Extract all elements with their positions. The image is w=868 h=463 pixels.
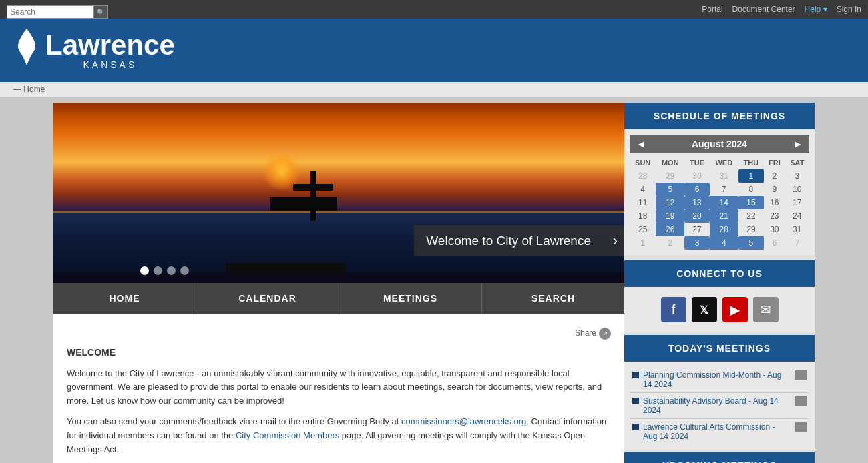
signin-link[interactable]: Sign In xyxy=(837,5,861,14)
youtube-icon[interactable]: ▶ xyxy=(722,297,748,322)
site-header: Lawrence KANSAS xyxy=(0,19,868,82)
calendar-day[interactable]: 5 xyxy=(656,183,684,196)
facebook-icon[interactable]: f xyxy=(661,297,686,322)
connect-header: CONNECT TO US xyxy=(624,260,815,287)
search-input[interactable] xyxy=(7,5,93,19)
social-icons: f 𝕏 ▶ ✉ xyxy=(624,287,815,332)
calendar-day: 27 xyxy=(684,223,710,236)
schedule-section: SCHEDULE OF MEETINGS ◄ August 2024 ► SUN… xyxy=(624,103,815,255)
logo-area: Lawrence KANSAS xyxy=(13,29,175,73)
document-center-link[interactable]: Document Center xyxy=(732,5,795,14)
hero-dots xyxy=(140,266,189,275)
calendar-day: 30 xyxy=(764,223,785,236)
city-commission-link[interactable]: City Commission Members xyxy=(236,430,339,440)
portal-link[interactable]: Portal xyxy=(702,5,722,14)
calendar-next-button[interactable]: ► xyxy=(793,139,803,149)
twitter-icon[interactable]: 𝕏 xyxy=(692,297,717,322)
calendar-day: 25 xyxy=(630,223,656,236)
share-bar: Share ↗ xyxy=(67,327,611,340)
todays-meetings-section: TODAY'S MEETINGS Planning Commission Mid… xyxy=(624,335,815,450)
meeting-link[interactable]: Planning Commission Mid-Month - Aug 14 2… xyxy=(643,370,791,389)
connect-section: CONNECT TO US f 𝕏 ▶ ✉ xyxy=(624,260,815,332)
meeting-video-icon xyxy=(795,422,807,432)
calendar-day[interactable]: 3 xyxy=(684,236,710,250)
calendar-day[interactable]: 19 xyxy=(656,209,684,223)
cal-header-sun: SUN xyxy=(630,156,656,169)
hero-next-arrow[interactable]: › xyxy=(613,232,618,250)
calendar-container: ◄ August 2024 ► SUN MON TUE WED THU FRI xyxy=(624,129,815,255)
calendar-day: 1 xyxy=(630,236,656,250)
state-name: KANSAS xyxy=(45,59,175,70)
share-icon: ↗ xyxy=(599,328,611,340)
calendar-day[interactable]: 12 xyxy=(656,196,684,209)
sidebar: SCHEDULE OF MEETINGS ◄ August 2024 ► SUN… xyxy=(624,103,815,463)
calendar-day: 4 xyxy=(630,183,656,196)
nav-calendar[interactable]: CALENDAR xyxy=(196,283,339,314)
hero-dot-1[interactable] xyxy=(140,266,149,275)
calendar-day[interactable]: 6 xyxy=(684,183,710,196)
calendar-day[interactable]: 13 xyxy=(684,196,710,209)
calendar-day: 7 xyxy=(710,183,738,196)
nav-search[interactable]: SEARCH xyxy=(482,283,624,314)
nav-home[interactable]: HOME xyxy=(53,283,196,314)
calendar-day: 29 xyxy=(656,169,684,183)
todays-meeting-item: Sustainability Advisory Board - Aug 14 2… xyxy=(630,393,809,419)
calendar-day: 24 xyxy=(785,209,809,223)
calendar-day[interactable]: 5 xyxy=(738,236,764,250)
calendar-day[interactable]: 14 xyxy=(710,196,738,209)
meeting-bullet xyxy=(632,424,639,430)
commissioners-email-link[interactable]: commissioners@lawrenceks.org xyxy=(401,416,526,426)
calendar-day[interactable]: 1 xyxy=(738,169,764,183)
calendar-day: 22 xyxy=(738,209,764,223)
hero-text: Welcome to City of Lawrence › xyxy=(414,225,624,256)
hero-image: Welcome to City of Lawrence › xyxy=(53,103,624,283)
breadcrumb-separator: — xyxy=(13,85,23,94)
calendar-day[interactable]: 26 xyxy=(656,223,684,236)
city-name: Lawrence xyxy=(45,31,175,59)
calendar-day: 7 xyxy=(785,236,809,250)
calendar-month: August 2024 xyxy=(692,139,747,149)
welcome-para1: Welcome to the City of Lawrence - an unm… xyxy=(67,367,611,408)
nav-bar: HOME CALENDAR MEETINGS SEARCH xyxy=(53,283,624,314)
calendar-prev-button[interactable]: ◄ xyxy=(636,139,646,149)
calendar-day: 2 xyxy=(764,169,785,183)
calendar-day: 18 xyxy=(630,209,656,223)
hero-dot-2[interactable] xyxy=(154,266,162,275)
calendar-day[interactable]: 21 xyxy=(710,209,738,223)
hero-dot-4[interactable] xyxy=(180,266,189,275)
hero-dot-3[interactable] xyxy=(167,266,176,275)
share-label: Share xyxy=(575,327,596,340)
calendar-day: 3 xyxy=(785,169,809,183)
email-icon[interactable]: ✉ xyxy=(753,297,779,322)
todays-meeting-item: Lawrence Cultural Arts Commission - Aug … xyxy=(630,419,809,444)
meeting-link[interactable]: Lawrence Cultural Arts Commission - Aug … xyxy=(643,422,791,441)
cal-header-thu: THU xyxy=(738,156,764,169)
cal-header-tue: TUE xyxy=(684,156,710,169)
calendar-day[interactable]: 4 xyxy=(710,236,738,250)
upcoming-meetings-section: UPCOMING MEETINGS Land Development Code … xyxy=(624,452,815,463)
welcome-para2: You can also send your comments/feedback… xyxy=(67,415,611,456)
search-button[interactable]: 🔍 xyxy=(93,5,108,19)
calendar-day[interactable]: 20 xyxy=(684,209,710,223)
nav-meetings[interactable]: MEETINGS xyxy=(339,283,482,314)
breadcrumb: — Home xyxy=(0,82,868,97)
calendar-day: 17 xyxy=(785,196,809,209)
calendar-day: 30 xyxy=(684,169,710,183)
schedule-header: SCHEDULE OF MEETINGS xyxy=(624,103,815,129)
calendar-day: 10 xyxy=(785,183,809,196)
calendar-day: 2 xyxy=(656,236,684,250)
share-button[interactable]: Share ↗ xyxy=(575,327,611,340)
meeting-video-icon xyxy=(795,370,807,380)
meeting-link[interactable]: Sustainability Advisory Board - Aug 14 2… xyxy=(643,396,791,415)
calendar-day: 31 xyxy=(710,169,738,183)
calendar-day: 28 xyxy=(630,169,656,183)
cal-header-sat: SAT xyxy=(785,156,809,169)
content-area: Welcome to City of Lawrence › HOME CALEN… xyxy=(53,103,624,463)
upcoming-header: UPCOMING MEETINGS xyxy=(624,452,815,463)
todays-header: TODAY'S MEETINGS xyxy=(624,335,815,362)
help-link[interactable]: Help ▾ xyxy=(805,5,827,14)
calendar-day[interactable]: 28 xyxy=(710,223,738,236)
breadcrumb-home[interactable]: Home xyxy=(23,85,45,94)
calendar-day[interactable]: 15 xyxy=(738,196,764,209)
calendar-day: 11 xyxy=(630,196,656,209)
